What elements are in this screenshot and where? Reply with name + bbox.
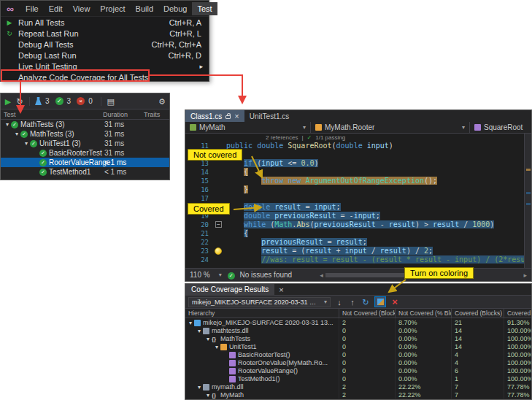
type-dropdown[interactable]: MyMath.Rooter ▾ (311, 122, 470, 133)
failed-tests-icon[interactable]: × (77, 97, 85, 105)
test-row-mathtests-3[interactable]: ▾✓MathTests (3)31 ms (1, 120, 169, 129)
codelens-references[interactable]: 2 references (266, 134, 298, 141)
menu-item-run-all-tests[interactable]: ▶Run All TestsCtrl+R, A (1, 17, 209, 28)
expander-icon[interactable]: ▾ (204, 392, 212, 399)
column-header-covered[interactable]: Covered (% (504, 309, 531, 318)
coverage-row-basicrootertest[interactable]: BasicRooterTest()00.00%4100.00% (185, 350, 531, 358)
test-row-rootervaluerange[interactable]: ✓RooterValueRange< 1 ms (1, 158, 169, 167)
code-text[interactable]: result = (result + input / result) / 2; (226, 247, 531, 255)
lightbulb-icon[interactable] (215, 247, 222, 255)
coverage-row-unittest1[interactable]: ▾UnitTest100.00%14100.00% (185, 342, 531, 350)
expander-icon[interactable]: ▾ (13, 131, 20, 137)
group-by-icon[interactable]: ▤ (107, 97, 115, 106)
code-text[interactable]: { (226, 229, 531, 238)
passed-tests-icon[interactable]: ✓ (55, 97, 63, 105)
fold-box-icon[interactable]: − (215, 221, 222, 228)
settings-gear-icon[interactable]: ⚙ (158, 97, 166, 106)
coverage-run-dropdown[interactable]: mikejo_MIKEJO-SURFACE 2020-03-31 13_4 ▾ (188, 297, 331, 307)
code-text[interactable]: //was: result = result - (result * resul… (226, 255, 531, 264)
code-text[interactable] (226, 194, 531, 203)
column-duration[interactable]: Duration (103, 111, 128, 118)
code-text[interactable]: { (226, 150, 531, 159)
menu-item-live-unit-testing[interactable]: Live Unit Testing▸ (1, 61, 209, 72)
coverage-grid: HierarchyNot Covered (Blocks)Not Covered… (185, 309, 531, 399)
total-tests-count: 3 (45, 97, 50, 105)
menu-item-analyze-code-coverage-for-all-tests[interactable]: Analyze Code Coverage for All Tests (1, 72, 209, 82)
menu-build[interactable]: Build (131, 2, 158, 15)
column-header-hierarchy[interactable]: Hierarchy (185, 309, 339, 318)
menu-test[interactable]: Test (192, 2, 217, 15)
show-coverage-coloring-button[interactable] (374, 296, 386, 307)
run-all-tests-icon[interactable]: ▶ (4, 97, 12, 106)
expander-icon[interactable]: ▾ (196, 384, 203, 391)
code-line-22: 22 previousResult = result; (185, 238, 531, 247)
tab-class1-cs[interactable]: Class1.cs × (185, 110, 244, 122)
test-row-basicrootertest[interactable]: ✓BasicRooterTest31 ms (1, 148, 169, 158)
tab-unittest1-cs[interactable]: UnitTest1.cs (244, 110, 294, 122)
test-row-unittest1-3[interactable]: ▾✓UnitTest1 (3)31 ms (1, 139, 169, 148)
code-text[interactable]: double previousResult = -input; (226, 212, 531, 220)
coverage-row-mikejo-mikejo-surface-2020-03-31-13[interactable]: ▾mikejo_MIKEJO-SURFACE 2020-03-31 13...2… (185, 318, 531, 326)
close-tab-icon[interactable]: × (234, 112, 239, 120)
coverage-row-mymath-dll[interactable]: ▾mymath.dll222.22%777.78% (185, 382, 531, 391)
expander-icon[interactable]: ▾ (213, 344, 220, 350)
repeat-run-icon[interactable]: ↻ (15, 97, 24, 106)
zoom-select[interactable]: 110 % ▾ (190, 271, 222, 279)
codelens-separator: | (301, 134, 303, 141)
total-tests-icon[interactable] (35, 97, 42, 105)
menu-item-debug-all-tests[interactable]: Debug All TestsCtrl+R, Ctrl+A (1, 39, 209, 50)
code-text[interactable]: previousResult = result; (226, 238, 531, 247)
coverage-row-mymath[interactable]: ▾{}MyMath222.22%777.78% (185, 391, 531, 399)
code-text[interactable]: { (226, 168, 531, 177)
column-traits[interactable]: Traits (144, 111, 160, 118)
project-dropdown[interactable]: MyMath ▾ (185, 122, 311, 133)
close-panel-icon[interactable]: × (274, 285, 288, 294)
menu-edit[interactable]: Edit (44, 2, 68, 15)
code-text[interactable]: public double SquareRoot(double input) (226, 142, 531, 150)
annotation-turn-on-coloring: Turn on coloring (404, 267, 474, 279)
refresh-icon[interactable]: ↻ (361, 298, 370, 307)
expander-icon[interactable]: ▾ (4, 121, 11, 128)
coverage-row-mathtests-dll[interactable]: ▾mathtests.dll00.00%14100.00% (185, 326, 531, 334)
expander-icon[interactable]: ▾ (187, 320, 194, 326)
menu-view[interactable]: View (68, 2, 96, 15)
menu-item-repeat-last-run[interactable]: ↻Repeat Last RunCtrl+R, L (1, 28, 209, 39)
expander-icon[interactable]: ▾ (204, 336, 212, 342)
coverage-row-rootervaluerange[interactable]: RooterValueRange()00.00%6100.00% (185, 366, 531, 374)
code-text[interactable]: } (226, 185, 531, 194)
submenu-arrow-icon: ▸ (199, 63, 209, 70)
menu-file[interactable]: File (20, 2, 44, 15)
column-header-not-covered-blocks[interactable]: Not Covered (% Blocks) (395, 309, 451, 318)
code-text[interactable]: double result = input; (226, 203, 531, 212)
remove-results-icon[interactable]: × (390, 298, 399, 307)
column-test[interactable]: Test (4, 111, 16, 118)
export-results-icon[interactable]: ↑ (348, 298, 357, 307)
code-text[interactable]: throw new ArgumentOutOfRangeException(); (226, 177, 531, 185)
import-results-icon[interactable]: ↓ (335, 298, 344, 307)
member-dropdown[interactable]: SquareRoot (470, 122, 531, 133)
coverage-row-testmethod1[interactable]: TestMethod1()00.00%1100.00% (185, 374, 531, 382)
menu-debug[interactable]: Debug (158, 2, 192, 15)
scroll-right-icon[interactable]: ▸ (523, 272, 527, 279)
codelens[interactable]: 2 references | ✓ 1/1 passing (266, 134, 531, 142)
code-text[interactable]: if (input <= 0.0) (226, 159, 531, 168)
editor-tab-bar: Class1.cs × UnitTest1.cs (185, 110, 531, 122)
menu-item-debug-last-run[interactable]: Debug Last RunCtrl+R, D (1, 50, 209, 61)
coverage-tab[interactable]: Code Coverage Results (185, 284, 274, 296)
coverage-not-covered-percent: 8.70% (395, 318, 451, 326)
column-header-covered-blocks[interactable]: Covered (Blocks) (451, 309, 504, 318)
scroll-left-icon[interactable]: ◂ (320, 272, 323, 279)
menu-project[interactable]: Project (95, 2, 130, 15)
column-header-not-covered-blocks[interactable]: Not Covered (Blocks) (339, 309, 395, 318)
expander-icon[interactable]: ▾ (196, 328, 203, 334)
issues-indicator[interactable]: ✓ No issues found (228, 271, 293, 280)
coverage-row-rooteronevalue-mymath-ro[interactable]: RooterOneValue(MyMath.Ro...00.00%4100.00… (185, 358, 531, 366)
expander-icon[interactable]: ▾ (23, 140, 30, 147)
code-token: ; (428, 247, 433, 255)
coverage-row-mathtests[interactable]: ▾{}MathTests00.00%14100.00% (185, 334, 531, 342)
test-row-mathtests-3[interactable]: ▾✓MathTests (3)31 ms (1, 129, 169, 139)
code-text[interactable]: while (Math.Abs(previousResult - result)… (226, 220, 531, 229)
test-row-testmethod1[interactable]: ✓TestMethod1< 1 ms (1, 167, 169, 177)
vertical-scrollbar[interactable] (524, 134, 531, 269)
codelens-passing[interactable]: 1/1 passing (315, 134, 345, 141)
